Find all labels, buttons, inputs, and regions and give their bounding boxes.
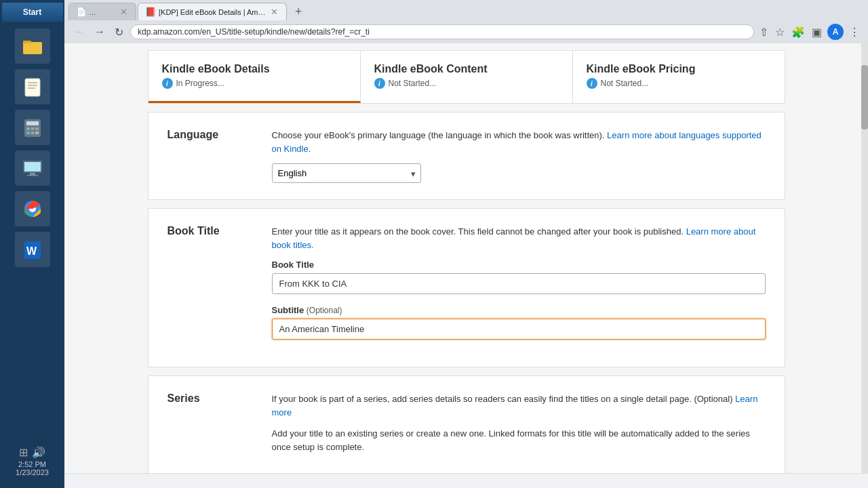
book-title-desc-text: Enter your title as it appears on the bo… — [272, 226, 684, 237]
book-title-body: Enter your title as it appears on the bo… — [272, 225, 766, 350]
series-desc-text: If your book is part of a series, add se… — [272, 394, 733, 404]
tab-favicon-2: 📕 — [145, 7, 156, 17]
step-content-title: Kindle eBook Content — [374, 63, 559, 75]
svg-rect-9 — [31, 127, 34, 130]
bottom-icon-1[interactable]: ⊞ — [19, 446, 28, 459]
start-button[interactable]: Start — [2, 3, 63, 22]
tab-close-2[interactable]: ✕ — [269, 7, 279, 17]
series-label: Series — [167, 392, 256, 462]
refresh-button[interactable]: ↻ — [112, 24, 126, 40]
language-section: Language Choose your eBook's primary lan… — [148, 112, 785, 200]
browser-actions: ⇧ ☆ 🧩 ▣ A ⋮ — [758, 24, 861, 40]
series-desc2-text: Add your title to an existing series or … — [272, 427, 766, 453]
subtitle-optional-text: (Optional) — [307, 306, 342, 315]
scrollbar[interactable] — [861, 43, 868, 473]
step-content[interactable]: Kindle eBook Content i Not Started... — [361, 51, 573, 103]
svg-rect-12 — [31, 131, 34, 134]
svg-rect-1 — [23, 41, 31, 43]
time-display: 2:52 PM — [16, 460, 49, 468]
svg-rect-0 — [23, 42, 42, 54]
share-icon[interactable]: ⇧ — [758, 24, 770, 40]
page-content: Kindle eBook Details i In Progress... Ki… — [64, 43, 868, 473]
svg-rect-13 — [35, 131, 39, 134]
bottom-icon-2[interactable]: 🔊 — [32, 446, 45, 459]
step-details-title: Kindle eBook Details — [162, 63, 347, 75]
svg-rect-17 — [27, 175, 38, 176]
tab-bar: 📄 ... ✕ 📕 [KDP] Edit eBook Details | Ama… — [68, 3, 864, 20]
language-label: Language — [167, 129, 256, 183]
svg-text:W: W — [26, 245, 37, 257]
clock: 2:52 PM 1/23/2023 — [16, 460, 49, 476]
taskbar-icon-notes[interactable] — [15, 69, 50, 104]
tab-favicon-1: 📄 — [76, 7, 87, 17]
tab-title-1: ... — [90, 8, 116, 16]
extensions-icon[interactable]: 🧩 — [790, 24, 806, 40]
svg-rect-15 — [24, 162, 41, 171]
language-select[interactable]: English Spanish French German — [272, 163, 421, 183]
step-pricing-status: Not Started... — [601, 79, 649, 88]
subtitle-field-label: Subtitle (Optional) — [272, 305, 766, 315]
svg-rect-8 — [26, 127, 30, 130]
step-pricing-title: Kindle eBook Pricing — [587, 63, 771, 75]
split-view-icon[interactable]: ▣ — [810, 24, 823, 40]
svg-rect-16 — [30, 173, 35, 175]
title-field-label: Book Title — [272, 260, 766, 270]
browser-window: 📄 ... ✕ 📕 [KDP] Edit eBook Details | Ama… — [64, 0, 868, 488]
browser-chrome: 📄 ... ✕ 📕 [KDP] Edit eBook Details | Ama… — [64, 0, 868, 43]
taskbar-icon-word[interactable]: W — [15, 232, 50, 267]
os-taskbar: Start W ⊞ 🔊 2:52 PM 1/23/2023 — [0, 0, 64, 488]
taskbar-bottom: ⊞ 🔊 2:52 PM 1/23/2023 — [0, 434, 64, 488]
step-pricing-info-icon: i — [587, 78, 597, 89]
svg-rect-11 — [26, 131, 30, 134]
book-title-label: Book Title — [167, 225, 256, 350]
forward-button[interactable]: → — [92, 24, 108, 39]
book-title-description: Enter your title as it appears on the bo… — [272, 225, 766, 251]
url-text: kdp.amazon.com/en_US/title-setup/kindle/… — [138, 27, 747, 37]
step-pricing[interactable]: Kindle eBook Pricing i Not Started... — [573, 51, 785, 103]
date-display: 1/23/2023 — [16, 468, 49, 476]
step-details-status: In Progress... — [176, 79, 224, 88]
subtitle-label-text: Subtitle — [272, 305, 304, 315]
tab-inactive[interactable]: 📄 ... ✕ — [68, 3, 136, 20]
tab-close-1[interactable]: ✕ — [119, 7, 129, 17]
taskbar-icon-monitor[interactable] — [15, 150, 50, 186]
svg-rect-10 — [35, 127, 39, 130]
profile-avatar[interactable]: A — [827, 24, 844, 40]
series-description: If your book is part of a series, add se… — [272, 392, 766, 419]
series-section: Series If your book is part of a series,… — [148, 375, 785, 473]
series-header: Series If your book is part of a series,… — [167, 392, 766, 462]
taskbar-icon-folder[interactable] — [15, 28, 50, 64]
svg-rect-7 — [26, 121, 39, 125]
start-label: Start — [23, 7, 41, 17]
tab-kdp[interactable]: 📕 [KDP] Edit eBook Details | Amazon K ✕ — [138, 3, 287, 20]
bottom-browser-bar — [64, 473, 868, 488]
new-tab-button[interactable]: + — [291, 3, 307, 20]
language-select-wrapper: English Spanish French German — [272, 163, 421, 183]
page-inner: Kindle eBook Details i In Progress... Ki… — [134, 43, 799, 473]
step-content-info-icon: i — [374, 78, 385, 89]
steps-bar: Kindle eBook Details i In Progress... Ki… — [148, 50, 785, 104]
menu-icon[interactable]: ⋮ — [848, 24, 861, 40]
back-button[interactable]: ← — [71, 24, 87, 39]
svg-rect-2 — [25, 79, 40, 96]
subtitle-input[interactable] — [272, 319, 766, 340]
step-details[interactable]: Kindle eBook Details i In Progress... — [149, 51, 361, 103]
address-bar-row: ← → ↻ kdp.amazon.com/en_US/title-setup/k… — [68, 20, 864, 43]
language-description: Choose your eBook's primary language (th… — [272, 129, 766, 155]
book-title-header: Book Title Enter your title as it appear… — [167, 225, 766, 350]
book-title-input[interactable] — [272, 273, 766, 294]
book-title-section: Book Title Enter your title as it appear… — [148, 208, 785, 367]
language-desc-text: Choose your eBook's primary language (th… — [272, 130, 605, 140]
taskbar-icon-calculator[interactable] — [15, 110, 50, 145]
tab-title-2: [KDP] Edit eBook Details | Amazon K — [159, 8, 267, 16]
step-content-status: Not Started... — [389, 79, 437, 88]
bookmark-icon[interactable]: ☆ — [774, 24, 786, 40]
step-details-info-icon: i — [162, 78, 173, 89]
language-header: Language Choose your eBook's primary lan… — [167, 129, 766, 183]
language-body: Choose your eBook's primary language (th… — [272, 129, 766, 183]
scrollbar-thumb[interactable] — [861, 65, 868, 129]
taskbar-icon-chrome[interactable] — [15, 191, 50, 226]
address-bar[interactable]: kdp.amazon.com/en_US/title-setup/kindle/… — [130, 24, 754, 39]
series-body: If your book is part of a series, add se… — [272, 392, 766, 462]
